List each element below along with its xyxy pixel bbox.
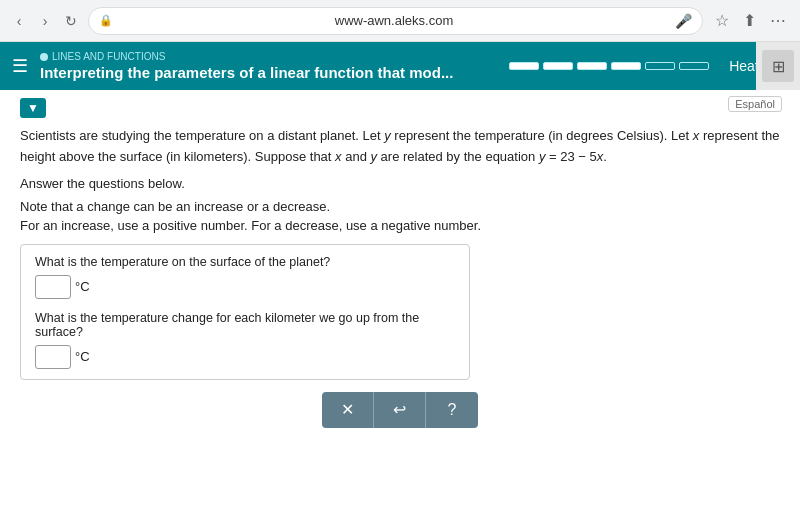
unit1-label: °C — [75, 279, 90, 294]
progress-bar — [509, 62, 709, 70]
header-title-section: LINES AND FUNCTIONS Interpreting the par… — [40, 51, 489, 81]
header-title: Interpreting the parameters of a linear … — [40, 64, 489, 81]
progress-seg-4 — [611, 62, 641, 70]
progress-seg-5 — [645, 62, 675, 70]
question1-text: What is the temperature on the surface o… — [35, 255, 455, 269]
note-line1: Note that a change can be an increase or… — [20, 197, 780, 217]
question2-text: What is the temperature change for each … — [35, 311, 455, 339]
reload-button[interactable]: ↻ — [62, 12, 80, 30]
mic-icon[interactable]: 🎤 — [675, 13, 692, 29]
browser-chrome: ‹ › ↻ 🔒 www-awn.aleks.com 🎤 ☆ ⬆ ⋯ — [0, 0, 800, 42]
progress-seg-2 — [543, 62, 573, 70]
answer2-row: °C — [35, 345, 455, 369]
answer-label: Answer the questions below. — [20, 176, 780, 191]
circle-icon — [40, 53, 48, 61]
expand-button[interactable]: ▼ — [20, 98, 46, 118]
more-button[interactable]: ⋯ — [766, 9, 790, 32]
lock-icon: 🔒 — [99, 14, 113, 27]
answer1-row: °C — [35, 275, 455, 299]
x-icon: ✕ — [341, 400, 354, 419]
browser-actions: ☆ ⬆ ⋯ — [711, 9, 790, 32]
progress-seg-1 — [509, 62, 539, 70]
progress-seg-3 — [577, 62, 607, 70]
forward-button[interactable]: › — [36, 12, 54, 30]
progress-seg-6 — [679, 62, 709, 70]
problem-text: Scientists are studying the temperature … — [20, 126, 780, 168]
note-line2: For an increase, use a positive number. … — [20, 216, 780, 236]
action-buttons: ✕ ↩ ? — [20, 392, 780, 428]
app-header: ☰ LINES AND FUNCTIONS Interpreting the p… — [0, 42, 800, 90]
help-button[interactable]: ? — [426, 392, 478, 428]
back-button[interactable]: ‹ — [10, 12, 28, 30]
help-icon: ? — [448, 401, 457, 419]
espanol-button[interactable]: Español — [728, 96, 782, 112]
address-bar[interactable]: 🔒 www-awn.aleks.com 🎤 — [88, 7, 703, 35]
note-section: Note that a change can be an increase or… — [20, 197, 780, 236]
hamburger-menu[interactable]: ☰ — [12, 55, 28, 77]
unit2-label: °C — [75, 349, 90, 364]
bookmark-button[interactable]: ☆ — [711, 9, 733, 32]
answer2-input[interactable] — [35, 345, 71, 369]
share-button[interactable]: ⬆ — [739, 9, 760, 32]
subtitle-text: LINES AND FUNCTIONS — [52, 51, 165, 62]
undo-icon: ↩ — [393, 400, 406, 419]
undo-button[interactable]: ↩ — [374, 392, 426, 428]
header-subtitle: LINES AND FUNCTIONS — [40, 51, 489, 62]
expand-icon: ▼ — [27, 101, 39, 115]
calculator-icon[interactable]: ⊞ — [762, 50, 794, 82]
answer1-input[interactable] — [35, 275, 71, 299]
question-box: What is the temperature on the surface o… — [20, 244, 470, 380]
content-area: ▼ Español Scientists are studying the te… — [0, 90, 800, 517]
clear-button[interactable]: ✕ — [322, 392, 374, 428]
url-text: www-awn.aleks.com — [119, 13, 669, 28]
